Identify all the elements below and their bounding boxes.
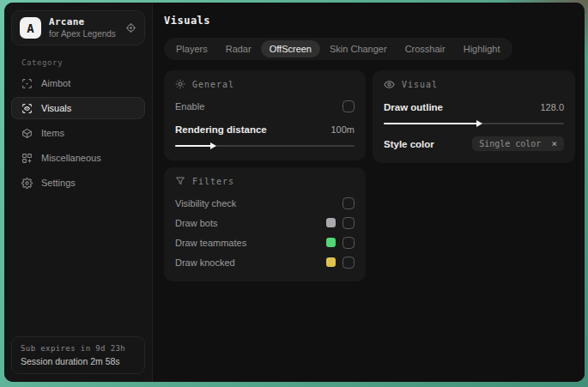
panel-visual-title: Visual — [402, 80, 438, 89]
style-color-selected: Single color — [479, 139, 541, 148]
tab-offscreen[interactable]: OffScreen — [261, 40, 320, 57]
filter-label: Visibility check — [175, 198, 236, 209]
target-icon[interactable] — [125, 22, 136, 33]
tab-bar: PlayersRadarOffScreenSkin ChangerCrossha… — [164, 38, 512, 60]
filter-label: Draw knocked — [175, 257, 235, 268]
enable-label: Enable — [175, 101, 204, 112]
panel-filters-title: Filters — [192, 177, 234, 186]
clear-icon[interactable]: × — [551, 139, 557, 148]
sidebar-nav: AimbotVisualsItemsMiscellaneousSettings — [4, 72, 152, 194]
tab-players[interactable]: Players — [167, 40, 216, 57]
right-column: Visual Draw outline 128.0 Style color Si… — [373, 70, 575, 163]
sidebar-item-label: Items — [41, 128, 64, 138]
enable-row: Enable — [175, 97, 355, 115]
draw-outline-row: Draw outline 128.0 — [384, 98, 564, 116]
color-swatch[interactable] — [326, 218, 336, 227]
filter-row-controls — [326, 257, 355, 269]
page-title: Visuals — [164, 15, 575, 27]
sidebar-item-label: Visuals — [41, 103, 71, 113]
sidebar-item-settings[interactable]: Settings — [11, 172, 145, 194]
category-label: Category — [21, 58, 152, 67]
brand-name: Arcane — [49, 16, 118, 28]
panels-grid: General Enable Rendering distance 100m — [164, 70, 575, 281]
filter-row-controls — [342, 197, 355, 209]
main-content: Visuals PlayersRadarOffScreenSkin Change… — [153, 3, 585, 382]
sidebar-item-label: Miscellaneous — [41, 153, 101, 163]
color-swatch[interactable] — [326, 238, 336, 247]
sidebar-item-aimbot[interactable]: Aimbot — [11, 72, 145, 94]
color-swatch[interactable] — [326, 257, 336, 267]
items-icon — [21, 128, 33, 139]
panel-general-header: General — [175, 79, 355, 89]
tab-highlight[interactable]: Highlight — [455, 40, 509, 57]
sidebar-spacer — [4, 194, 152, 336]
session-card: Sub expires in 9d 23h Session duration 2… — [11, 336, 145, 374]
draw-outline-slider[interactable] — [384, 119, 564, 128]
filter-checkbox[interactable] — [342, 197, 355, 209]
rendering-distance-row: Rendering distance 100m — [175, 120, 355, 138]
miscellaneous-icon — [21, 153, 33, 164]
filter-checkbox[interactable] — [342, 257, 355, 269]
filter-row-draw-bots: Draw bots — [175, 214, 355, 232]
left-column: General Enable Rendering distance 100m — [164, 70, 366, 281]
eye-icon — [384, 79, 395, 90]
sidebar: A Arcane for Apex Legends Category Aimbo… — [4, 3, 153, 382]
filter-checkbox[interactable] — [342, 237, 355, 249]
panel-general: General Enable Rendering distance 100m — [164, 70, 366, 160]
sub-expires-text: Sub expires in 9d 23h — [21, 344, 136, 353]
filter-label: Draw teammates — [175, 238, 246, 248]
slider-fill — [384, 123, 477, 124]
draw-outline-value: 128.0 — [540, 102, 564, 112]
panel-visual-header: Visual — [384, 79, 564, 90]
panel-visual: Visual Draw outline 128.0 Style color Si… — [373, 70, 575, 163]
style-color-row: Style color Single color × — [384, 135, 564, 153]
draw-outline-label: Draw outline — [384, 102, 443, 112]
sidebar-item-miscellaneous[interactable]: Miscellaneous — [11, 147, 145, 169]
brand-card: A Arcane for Apex Legends — [11, 10, 145, 45]
style-color-select[interactable]: Single color × — [472, 136, 564, 151]
filter-row-visibility-check: Visibility check — [175, 194, 355, 212]
panel-general-title: General — [192, 80, 234, 89]
tab-radar[interactable]: Radar — [217, 40, 260, 57]
rendering-distance-slider[interactable] — [175, 142, 355, 150]
enable-checkbox[interactable] — [342, 100, 355, 112]
slider-fill — [175, 145, 211, 147]
filter-label: Draw bots — [175, 218, 218, 228]
style-color-label: Style color — [384, 139, 434, 149]
filter-rows: Visibility checkDraw botsDraw teammatesD… — [175, 194, 355, 271]
sidebar-item-label: Settings — [41, 178, 76, 188]
sidebar-item-visuals[interactable]: Visuals — [11, 97, 145, 119]
tab-crosshair[interactable]: Crosshair — [397, 40, 454, 57]
rendering-distance-label: Rendering distance — [175, 124, 267, 135]
aimbot-icon — [21, 78, 33, 89]
funnel-icon — [175, 176, 185, 186]
gear-sun-icon — [175, 79, 185, 89]
app-window: A Arcane for Apex Legends Category Aimbo… — [4, 3, 585, 382]
sidebar-item-items[interactable]: Items — [11, 122, 145, 144]
panel-filters: Filters Visibility checkDraw botsDraw te… — [164, 167, 366, 281]
filter-checkbox[interactable] — [342, 217, 355, 229]
filter-row-controls — [326, 217, 355, 229]
tab-skin-changer[interactable]: Skin Changer — [321, 40, 396, 57]
brand-text: Arcane for Apex Legends — [49, 16, 118, 39]
filter-row-draw-teammates: Draw teammates — [175, 233, 355, 251]
visuals-icon — [21, 103, 33, 114]
sidebar-item-label: Aimbot — [41, 78, 70, 88]
filter-row-controls — [326, 237, 355, 249]
brand-logo: A — [20, 17, 41, 39]
rendering-distance-value: 100m — [330, 124, 355, 135]
settings-icon — [21, 178, 33, 189]
filter-row-draw-knocked: Draw knocked — [175, 253, 355, 271]
session-duration-text: Session duration 2m 58s — [21, 356, 136, 366]
panel-filters-header: Filters — [175, 176, 355, 186]
brand-subtitle: for Apex Legends — [49, 29, 118, 40]
